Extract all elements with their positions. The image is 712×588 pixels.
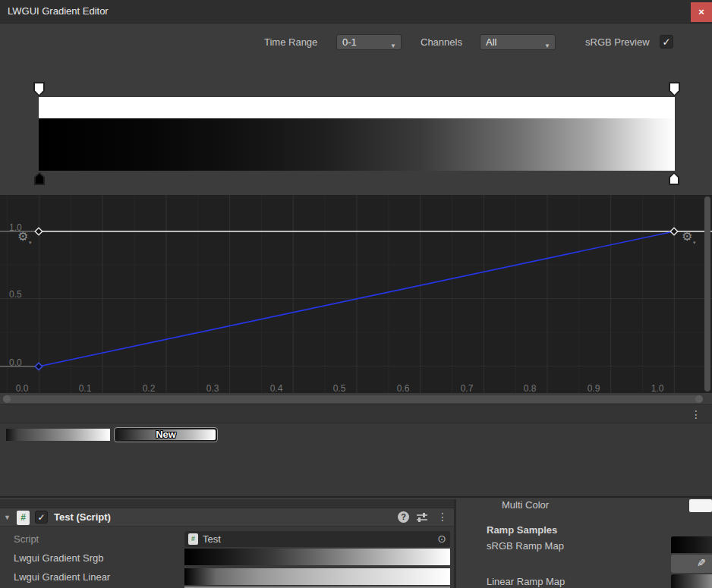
component-title: Test (Script) [54, 511, 111, 523]
gradient-srgb-field[interactable] [184, 549, 450, 565]
vertical-scrollbar[interactable] [704, 197, 710, 391]
channels-value: All [486, 36, 496, 48]
alpha-preview-bar[interactable] [39, 97, 675, 118]
curve-editor-canvas[interactable] [0, 195, 712, 393]
preset-gradient: New [116, 429, 216, 440]
chevron-down-icon: ▼ [390, 39, 396, 53]
srgb-preview-checkbox[interactable]: ✓ [660, 35, 673, 49]
channels-label: Channels [421, 36, 462, 48]
script-object-field[interactable]: # Test ⊙ [184, 531, 450, 547]
x-tick: 1.0 [642, 383, 673, 394]
help-icon[interactable]: ? [398, 511, 409, 523]
gradient-linear-label: Lwgui Gradient Linear [14, 571, 110, 583]
preset-thumbnail-new[interactable]: New [114, 427, 218, 442]
horizontal-scrollbar[interactable] [3, 395, 703, 403]
gear-icon[interactable]: ⚙ [17, 231, 28, 243]
x-tick: 0.7 [452, 383, 482, 394]
gear-icon[interactable]: ⚙ [682, 231, 692, 243]
x-tick: 0.0 [7, 383, 37, 394]
script-row-label: Script [14, 533, 39, 545]
scrollbar-cap[interactable] [3, 395, 11, 403]
kebab-menu-icon[interactable]: ⋮ [691, 408, 701, 420]
alpha-marker-right[interactable] [669, 82, 680, 96]
color-marker-right[interactable] [669, 172, 679, 185]
gradient-preview-bar[interactable] [39, 118, 675, 171]
y-tick-0: 0.0 [9, 357, 22, 368]
check-icon: ✓ [663, 36, 671, 48]
ramp-samples-heading: Ramp Samples [487, 524, 557, 536]
color-marker-fill [670, 174, 678, 184]
kebab-menu-icon[interactable]: ⋮ [437, 511, 448, 523]
gradient-editor-window: LWGUI Gradient Editor × Time Range 0-1 ▼… [0, 0, 712, 588]
x-tick: 0.5 [324, 383, 354, 394]
gear-dropdown-arrow-icon: ▾ [29, 240, 32, 246]
alpha-marker-fill [35, 83, 43, 95]
x-axis-labels: 0.0 0.1 0.2 0.3 0.4 0.5 0.6 0.7 0.8 0.9 … [0, 383, 712, 395]
channels-dropdown[interactable]: All ▼ [480, 34, 556, 50]
preset-thumbnail[interactable] [6, 429, 110, 441]
x-tick: 0.1 [70, 383, 100, 394]
inspector-top-strip [0, 499, 454, 508]
multi-color-label: Multi Color [502, 499, 549, 511]
foldout-arrow-icon[interactable]: ▼ [4, 514, 11, 521]
component-header[interactable]: ▼ # ✓ Test (Script) ? ⋮ [0, 508, 454, 527]
chevron-down-icon: ▼ [544, 39, 550, 53]
x-tick: 0.2 [134, 383, 164, 394]
csharp-script-icon: # [188, 533, 198, 545]
alpha-marker-fill [670, 83, 679, 95]
right-inspector-panel: Multi Color Ramp Samples sRGB Ramp Map ✎… [456, 499, 712, 588]
x-tick: 0.9 [578, 383, 609, 394]
x-tick: 0.4 [261, 383, 291, 394]
inspector-panel: ▼ # ✓ Test (Script) ? ⋮ Script # Test ⊙ … [0, 499, 454, 588]
close-icon[interactable]: × [691, 2, 712, 22]
linear-ramp-map-preview[interactable] [671, 574, 712, 588]
alpha-marker-left[interactable] [33, 82, 45, 96]
ramp-edit-button[interactable]: ✎ [671, 555, 712, 573]
x-tick: 0.6 [388, 383, 418, 394]
color-marker-fill [36, 174, 43, 184]
x-tick: 0.3 [197, 383, 228, 394]
preset-label: New [116, 429, 216, 440]
time-range-dropdown[interactable]: 0-1 ▼ [336, 34, 402, 50]
script-object-name: Test [203, 533, 221, 545]
check-icon: ✓ [37, 512, 45, 523]
csharp-script-icon: # [17, 511, 30, 525]
srgb-preview-label: sRGB Preview [585, 36, 650, 48]
object-picker-icon[interactable]: ⊙ [437, 533, 446, 545]
y-tick-05: 0.5 [9, 289, 22, 300]
linear-ramp-map-label: Linear Ramp Map [487, 576, 565, 587]
gradient-linear-field[interactable] [184, 568, 450, 585]
time-range-value: 0-1 [342, 36, 357, 48]
gradient-srgb-label: Lwgui Gradient Srgb [14, 552, 104, 564]
component-enabled-checkbox[interactable]: ✓ [35, 511, 48, 524]
gear-dropdown-arrow-icon: ▾ [693, 240, 696, 246]
scrollbar-cap[interactable] [695, 395, 703, 403]
presets-header: Presets ⋮ [0, 404, 712, 423]
pencil-icon: ✎ [697, 557, 706, 569]
time-range-label: Time Range [264, 36, 317, 48]
srgb-ramp-map-preview[interactable] [671, 536, 712, 553]
x-tick: 0.8 [515, 383, 545, 394]
title-bar[interactable]: LWGUI Gradient Editor × [0, 0, 712, 24]
window-title: LWGUI Gradient Editor [8, 5, 109, 17]
presets-slider-icon[interactable] [416, 511, 428, 524]
color-marker-left[interactable] [34, 172, 45, 185]
srgb-ramp-map-label: sRGB Ramp Map [487, 540, 564, 552]
presets-body: New [0, 423, 712, 498]
multi-color-swatch[interactable] [689, 499, 712, 512]
